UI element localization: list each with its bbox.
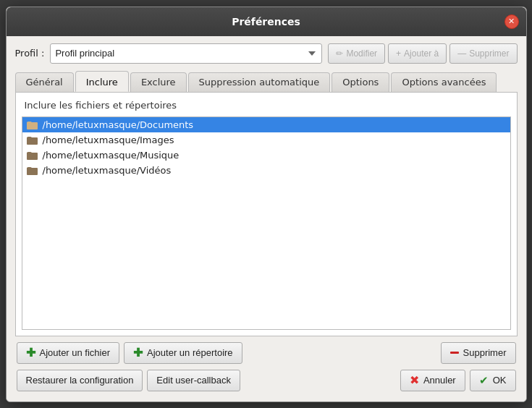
tab-bar: Général Inclure Exclure Suppression auto… [15,71,518,93]
tab-general[interactable]: Général [15,72,74,92]
minus-icon: — [457,48,466,59]
ajouter-a-button[interactable]: + Ajouter à [388,43,447,64]
delete-button[interactable]: Supprimer [441,342,516,364]
tab-options-avancees[interactable]: Options avancées [391,72,497,92]
cancel-button[interactable]: ✖ Annuler [400,370,465,391]
inclure-panel: Inclure les fichiers et répertoires /hom… [15,93,518,336]
close-button[interactable]: ✕ [504,14,519,29]
folder-icon [27,150,38,160]
restore-config-button[interactable]: Restaurer la configuration [17,370,143,391]
add-folder-button[interactable]: ✚ Ajouter un répertoire [124,342,242,364]
tab-options[interactable]: Options [332,72,389,92]
list-item[interactable]: /home/letuxmasque/Vidéos [22,163,510,178]
window-content: Profil : Profil principal ✏ Modifier + A… [7,36,526,401]
profile-label: Profil : [15,48,45,59]
add-to-icon: + [396,48,401,59]
list-item[interactable]: /home/letuxmasque/Images [22,132,510,148]
tab-inclure[interactable]: Inclure [75,71,129,92]
plus-folder-icon: ✚ [133,346,143,360]
folder-icon [27,166,38,175]
add-buttons-group: ✚ Ajouter un fichier ✚ Ajouter un répert… [17,342,242,364]
profile-select[interactable]: Profil principal [50,43,322,64]
check-icon: ✔ [479,374,489,387]
file-list[interactable]: /home/letuxmasque/Documents /home/letuxm… [22,116,511,330]
supprimer-profile-button[interactable]: — Supprimer [449,43,517,64]
footer-left: Restaurer la configuration Edit user-cal… [17,370,240,391]
toolbar-buttons: ✏ Modifier + Ajouter à — Supprimer [328,43,517,64]
edit-callback-button[interactable]: Edit user-callback [147,370,240,391]
footer-row: Restaurer la configuration Edit user-cal… [15,370,518,394]
add-file-button[interactable]: ✚ Ajouter un fichier [17,342,120,364]
tab-suppression-auto[interactable]: Suppression automatique [188,72,331,92]
list-item[interactable]: /home/letuxmasque/Musique [22,148,510,163]
ok-button[interactable]: ✔ OK [470,370,516,391]
folder-icon [27,120,38,129]
folder-icon [27,135,38,145]
plus-icon: ✚ [26,346,35,360]
tab-exclure[interactable]: Exclure [130,72,187,92]
footer-right: ✖ Annuler ✔ OK [400,370,516,391]
x-icon: ✖ [410,373,419,387]
profile-row: Profil : Profil principal ✏ Modifier + A… [15,43,518,64]
titlebar: Préférences ✕ [7,7,526,36]
minus-red-icon [450,352,459,354]
edit-icon: ✏ [336,48,343,59]
bottom-action-row: ✚ Ajouter un fichier ✚ Ajouter un répert… [15,342,518,364]
panel-header: Inclure les fichiers et répertoires [22,98,511,112]
preferences-window: Préférences ✕ Profil : Profil principal … [6,7,527,402]
list-item[interactable]: /home/letuxmasque/Documents [22,117,510,132]
modifier-button[interactable]: ✏ Modifier [328,43,385,64]
window-title: Préférences [232,16,300,27]
